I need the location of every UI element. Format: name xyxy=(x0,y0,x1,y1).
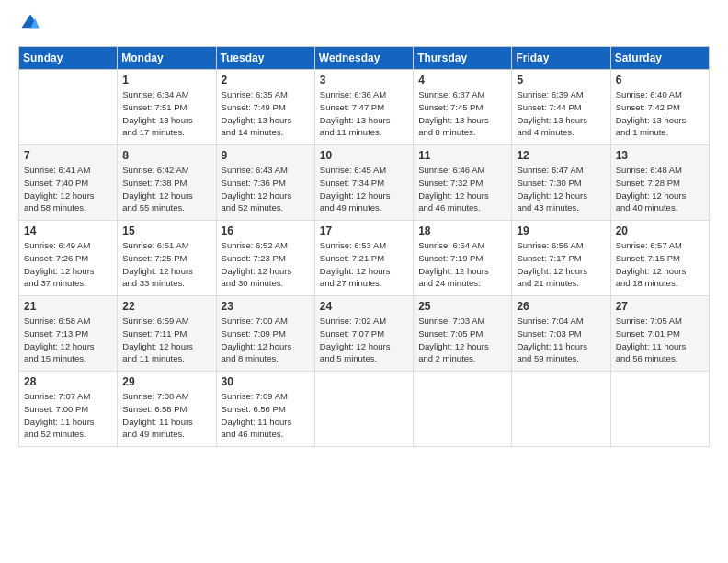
calendar-cell: 19Sunrise: 6:56 AMSunset: 7:17 PMDayligh… xyxy=(512,221,610,296)
day-number: 2 xyxy=(222,74,310,86)
day-number: 23 xyxy=(222,300,310,313)
day-detail: Sunrise: 6:57 AMSunset: 7:15 PMDaylight:… xyxy=(616,239,704,290)
calendar-cell: 26Sunrise: 7:04 AMSunset: 7:03 PMDayligh… xyxy=(512,296,610,372)
calendar-week-5: 28Sunrise: 7:07 AMSunset: 7:00 PMDayligh… xyxy=(19,372,710,447)
calendar-cell: 8Sunrise: 6:42 AMSunset: 7:38 PMDaylight… xyxy=(118,145,216,221)
day-detail: Sunrise: 6:52 AMSunset: 7:23 PMDaylight:… xyxy=(222,239,310,290)
day-detail: Sunrise: 6:58 AMSunset: 7:13 PMDaylight:… xyxy=(24,315,112,365)
day-detail: Sunrise: 6:37 AMSunset: 7:45 PMDaylight:… xyxy=(418,88,506,139)
day-detail: Sunrise: 6:34 AMSunset: 7:51 PMDaylight:… xyxy=(122,88,210,139)
calendar-header-tuesday: Tuesday xyxy=(216,47,314,70)
calendar-header-wednesday: Wednesday xyxy=(314,47,413,70)
day-detail: Sunrise: 6:48 AMSunset: 7:28 PMDaylight:… xyxy=(616,164,704,214)
page: SundayMondayTuesdayWednesdayThursdayFrid… xyxy=(0,0,728,563)
day-detail: Sunrise: 6:45 AMSunset: 7:34 PMDaylight:… xyxy=(320,164,408,214)
day-number: 11 xyxy=(418,149,506,162)
calendar-week-1: 1Sunrise: 6:34 AMSunset: 7:51 PMDaylight… xyxy=(19,70,710,145)
day-detail: Sunrise: 7:04 AMSunset: 7:03 PMDaylight:… xyxy=(517,315,605,365)
day-number: 26 xyxy=(517,300,605,313)
calendar-cell xyxy=(414,372,512,447)
header xyxy=(18,15,710,37)
day-detail: Sunrise: 7:00 AMSunset: 7:09 PMDaylight:… xyxy=(222,315,310,365)
calendar-cell: 22Sunrise: 6:59 AMSunset: 7:11 PMDayligh… xyxy=(118,296,216,372)
day-detail: Sunrise: 6:47 AMSunset: 7:30 PMDaylight:… xyxy=(517,164,605,214)
day-detail: Sunrise: 6:56 AMSunset: 7:17 PMDaylight:… xyxy=(517,239,605,290)
calendar-header-thursday: Thursday xyxy=(414,47,512,70)
day-number: 13 xyxy=(616,149,704,162)
day-number: 15 xyxy=(122,224,210,237)
calendar-cell: 4Sunrise: 6:37 AMSunset: 7:45 PMDaylight… xyxy=(414,70,512,145)
calendar-cell xyxy=(610,372,709,447)
day-number: 8 xyxy=(122,149,210,162)
day-number: 14 xyxy=(24,224,112,237)
calendar-cell: 7Sunrise: 6:41 AMSunset: 7:40 PMDaylight… xyxy=(19,145,118,221)
day-number: 4 xyxy=(418,74,506,86)
calendar-header-monday: Monday xyxy=(118,47,216,70)
day-number: 30 xyxy=(222,375,310,388)
day-number: 20 xyxy=(616,224,704,237)
day-number: 10 xyxy=(320,149,408,162)
calendar-cell: 29Sunrise: 7:08 AMSunset: 6:58 PMDayligh… xyxy=(118,372,216,447)
day-number: 16 xyxy=(222,224,310,237)
logo-icon xyxy=(20,13,40,33)
day-number: 17 xyxy=(320,224,408,237)
calendar-cell: 15Sunrise: 6:51 AMSunset: 7:25 PMDayligh… xyxy=(118,221,216,296)
calendar-cell: 27Sunrise: 7:05 AMSunset: 7:01 PMDayligh… xyxy=(610,296,709,372)
day-number: 25 xyxy=(418,300,506,313)
calendar-cell xyxy=(314,372,413,447)
calendar-week-4: 21Sunrise: 6:58 AMSunset: 7:13 PMDayligh… xyxy=(19,296,710,372)
calendar-cell: 24Sunrise: 7:02 AMSunset: 7:07 PMDayligh… xyxy=(314,296,413,372)
day-detail: Sunrise: 6:49 AMSunset: 7:26 PMDaylight:… xyxy=(24,239,112,290)
calendar-cell: 20Sunrise: 6:57 AMSunset: 7:15 PMDayligh… xyxy=(610,221,709,296)
day-detail: Sunrise: 6:51 AMSunset: 7:25 PMDaylight:… xyxy=(122,239,210,290)
calendar-cell: 25Sunrise: 7:03 AMSunset: 7:05 PMDayligh… xyxy=(414,296,512,372)
calendar-cell: 16Sunrise: 6:52 AMSunset: 7:23 PMDayligh… xyxy=(216,221,314,296)
calendar-header-sunday: Sunday xyxy=(19,47,118,70)
calendar-cell: 6Sunrise: 6:40 AMSunset: 7:42 PMDaylight… xyxy=(610,70,709,145)
calendar-cell: 17Sunrise: 6:53 AMSunset: 7:21 PMDayligh… xyxy=(314,221,413,296)
day-detail: Sunrise: 7:02 AMSunset: 7:07 PMDaylight:… xyxy=(320,315,408,365)
calendar-table: SundayMondayTuesdayWednesdayThursdayFrid… xyxy=(18,46,710,447)
day-number: 1 xyxy=(122,74,210,86)
calendar-cell xyxy=(512,372,610,447)
day-number: 24 xyxy=(320,300,408,313)
day-detail: Sunrise: 7:09 AMSunset: 6:56 PMDaylight:… xyxy=(222,390,310,441)
calendar-cell: 11Sunrise: 6:46 AMSunset: 7:32 PMDayligh… xyxy=(414,145,512,221)
day-detail: Sunrise: 6:59 AMSunset: 7:11 PMDaylight:… xyxy=(122,315,210,365)
day-detail: Sunrise: 6:40 AMSunset: 7:42 PMDaylight:… xyxy=(616,88,704,139)
day-number: 29 xyxy=(122,375,210,388)
day-detail: Sunrise: 6:43 AMSunset: 7:36 PMDaylight:… xyxy=(222,164,310,214)
day-detail: Sunrise: 7:08 AMSunset: 6:58 PMDaylight:… xyxy=(122,390,210,441)
day-detail: Sunrise: 7:03 AMSunset: 7:05 PMDaylight:… xyxy=(418,315,506,365)
calendar-cell: 21Sunrise: 6:58 AMSunset: 7:13 PMDayligh… xyxy=(19,296,118,372)
calendar-cell: 18Sunrise: 6:54 AMSunset: 7:19 PMDayligh… xyxy=(414,221,512,296)
calendar-cell: 13Sunrise: 6:48 AMSunset: 7:28 PMDayligh… xyxy=(610,145,709,221)
day-detail: Sunrise: 7:05 AMSunset: 7:01 PMDaylight:… xyxy=(616,315,704,365)
calendar-cell: 10Sunrise: 6:45 AMSunset: 7:34 PMDayligh… xyxy=(314,145,413,221)
calendar-week-3: 14Sunrise: 6:49 AMSunset: 7:26 PMDayligh… xyxy=(19,221,710,296)
day-detail: Sunrise: 6:54 AMSunset: 7:19 PMDaylight:… xyxy=(418,239,506,290)
day-number: 21 xyxy=(24,300,112,313)
calendar-header-row: SundayMondayTuesdayWednesdayThursdayFrid… xyxy=(19,47,710,70)
day-detail: Sunrise: 6:35 AMSunset: 7:49 PMDaylight:… xyxy=(222,88,310,139)
calendar-header-friday: Friday xyxy=(512,47,610,70)
day-detail: Sunrise: 6:42 AMSunset: 7:38 PMDaylight:… xyxy=(122,164,210,214)
day-detail: Sunrise: 6:46 AMSunset: 7:32 PMDaylight:… xyxy=(418,164,506,214)
day-detail: Sunrise: 6:39 AMSunset: 7:44 PMDaylight:… xyxy=(517,88,605,139)
calendar-cell: 9Sunrise: 6:43 AMSunset: 7:36 PMDaylight… xyxy=(216,145,314,221)
day-number: 28 xyxy=(24,375,112,388)
calendar-cell: 2Sunrise: 6:35 AMSunset: 7:49 PMDaylight… xyxy=(216,70,314,145)
day-number: 9 xyxy=(222,149,310,162)
calendar-cell: 14Sunrise: 6:49 AMSunset: 7:26 PMDayligh… xyxy=(19,221,118,296)
day-detail: Sunrise: 6:36 AMSunset: 7:47 PMDaylight:… xyxy=(320,88,408,139)
day-number: 12 xyxy=(517,149,605,162)
calendar-cell: 12Sunrise: 6:47 AMSunset: 7:30 PMDayligh… xyxy=(512,145,610,221)
calendar-cell: 28Sunrise: 7:07 AMSunset: 7:00 PMDayligh… xyxy=(19,372,118,447)
day-number: 18 xyxy=(418,224,506,237)
day-number: 7 xyxy=(24,149,112,162)
calendar-header-saturday: Saturday xyxy=(610,47,709,70)
day-number: 27 xyxy=(616,300,704,313)
day-number: 22 xyxy=(122,300,210,313)
calendar-week-2: 7Sunrise: 6:41 AMSunset: 7:40 PMDaylight… xyxy=(19,145,710,221)
calendar-cell xyxy=(19,70,118,145)
